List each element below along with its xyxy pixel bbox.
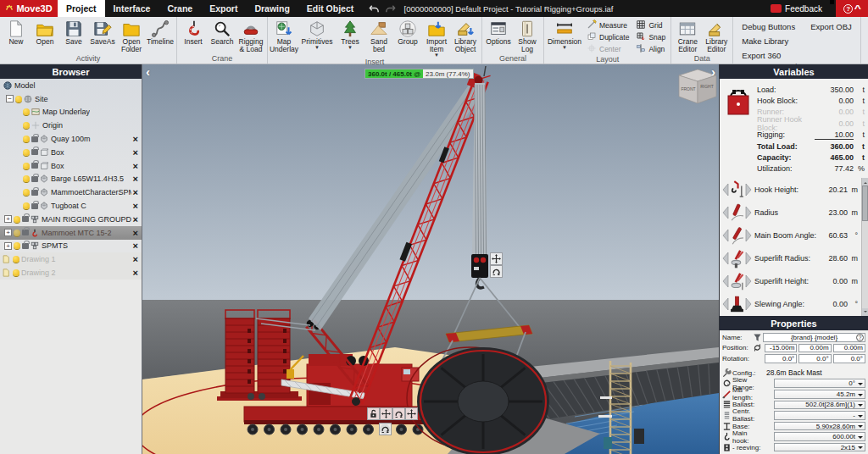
visibility-bulb-icon[interactable] xyxy=(23,202,30,209)
visibility-bulb-icon[interactable] xyxy=(23,108,30,115)
lock-icon[interactable] xyxy=(31,136,38,142)
delete-item-icon[interactable]: × xyxy=(131,228,140,238)
tree-item-mammoet-mtc-15-2[interactable]: +Mammoet MTC 15-2× xyxy=(0,226,142,240)
rigging-input[interactable]: 10.00 xyxy=(815,130,854,140)
lock-icon[interactable] xyxy=(22,230,29,235)
position-input[interactable]: -15.00m xyxy=(765,344,797,353)
tree-item-site[interactable]: −Site xyxy=(0,92,142,106)
rotation-input[interactable]: 0.0° xyxy=(765,354,797,363)
tree-item-drawing-1[interactable]: Drawing 1× xyxy=(0,252,142,266)
ribbon-button-trees[interactable]: Trees▼ xyxy=(336,18,364,50)
tab-project[interactable]: Project xyxy=(58,0,105,17)
visibility-bulb-icon[interactable] xyxy=(13,256,19,263)
tree-item-box[interactable]: Box× xyxy=(0,146,142,159)
ribbon-button-search[interactable]: Search xyxy=(208,18,236,46)
gizmo-unlock-icon[interactable] xyxy=(367,407,380,420)
name-input[interactable]: {brand} {model}? xyxy=(763,333,865,342)
increase-arrow-icon[interactable] xyxy=(745,252,752,265)
dropdown-reeving[interactable]: 2x15 xyxy=(774,443,865,452)
ribbon-button-show-log[interactable]: Show Log xyxy=(513,18,542,53)
ribbon-button-library-object[interactable]: Library Object xyxy=(451,18,480,53)
visibility-bulb-icon[interactable] xyxy=(14,230,20,236)
ribbon-button-new[interactable]: New xyxy=(2,18,31,46)
scroll-down-icon[interactable] xyxy=(862,308,868,316)
variables-scrollbar[interactable] xyxy=(861,178,868,316)
ribbon-button-export-360[interactable]: Export 360 xyxy=(740,48,797,63)
ribbon-button-saveas[interactable]: SaveAs xyxy=(88,18,117,46)
gizmo-move-icon[interactable] xyxy=(490,252,503,265)
delete-item-icon[interactable]: × xyxy=(131,268,140,278)
ribbon-button-import-item[interactable]: Import Item▼ xyxy=(422,18,451,58)
delete-item-icon[interactable]: × xyxy=(131,174,140,184)
dropdown-slew-range[interactable]: 0° xyxy=(774,379,865,388)
scrollbar-thumb[interactable] xyxy=(862,185,868,221)
ribbon-button-make-library[interactable]: Make Library xyxy=(740,34,797,48)
tab-export[interactable]: Export xyxy=(201,0,246,17)
lock-icon[interactable] xyxy=(31,203,38,209)
viewport-3d[interactable]: FRONTRIGHT 360.0t / 465.0t @ 23.0m (77.4… xyxy=(142,64,719,454)
gizmo-rotate-icon[interactable] xyxy=(490,265,503,278)
ribbon-button-rigging-load[interactable]: Rigging & Load xyxy=(236,18,265,53)
visibility-bulb-icon[interactable] xyxy=(23,189,30,196)
tree-item-map-underlay[interactable]: Map Underlay xyxy=(0,106,142,119)
delete-item-icon[interactable]: × xyxy=(131,201,140,211)
increase-arrow-icon[interactable] xyxy=(745,297,752,311)
position-input[interactable]: 0.00m xyxy=(833,344,865,353)
delete-item-icon[interactable]: × xyxy=(131,147,140,158)
increase-arrow-icon[interactable] xyxy=(745,274,752,288)
delete-item-icon[interactable]: × xyxy=(131,254,140,264)
ribbon-button-snap[interactable]: Snap xyxy=(632,31,669,43)
ribbon-button-open-folder[interactable]: Open Folder xyxy=(117,18,146,53)
ribbon-button-debug-buttons[interactable]: Debug Buttons xyxy=(740,19,797,34)
visibility-bulb-icon[interactable] xyxy=(23,136,30,142)
visibility-bulb-icon[interactable] xyxy=(23,122,30,129)
lock-icon[interactable] xyxy=(31,149,38,155)
help-icon[interactable]: ? xyxy=(843,4,853,14)
visibility-bulb-icon[interactable] xyxy=(14,216,20,223)
visibility-bulb-icon[interactable] xyxy=(14,242,20,249)
decrease-arrow-icon[interactable] xyxy=(722,297,729,311)
ribbon-button-group[interactable]: Group xyxy=(393,18,422,46)
dropdown-ballast[interactable]: 502.0t[28.6m](1) xyxy=(774,401,865,410)
ribbon-button-options[interactable]: Options xyxy=(484,18,513,46)
lock-icon[interactable] xyxy=(22,243,29,249)
rotation-input[interactable]: 0.0° xyxy=(798,354,831,363)
tree-item-quay-100m[interactable]: Quay 100m× xyxy=(0,132,142,146)
delete-item-icon[interactable]: × xyxy=(131,214,140,224)
tree-item-drawing-2[interactable]: Drawing 2× xyxy=(0,266,142,280)
ribbon-button-primitives[interactable]: Primitives▼ xyxy=(298,18,336,50)
ribbon-button-dimension[interactable]: Dimension▼ xyxy=(546,18,583,50)
tree-item-main-rigging-groupdg[interactable]: +MAIN RIGGING GROUPDG× xyxy=(0,213,142,226)
tree-item-spmts[interactable]: +SPMTS× xyxy=(0,240,142,253)
name-help-icon[interactable]: ? xyxy=(856,334,864,341)
tree-item-model[interactable]: Model xyxy=(0,79,142,92)
gizmo-rotate-icon[interactable] xyxy=(379,423,392,435)
expander-icon[interactable]: + xyxy=(4,242,12,250)
ribbon-button-save[interactable]: Save xyxy=(59,18,88,46)
expander-icon[interactable]: − xyxy=(6,95,14,102)
tab-crane[interactable]: Crane xyxy=(159,0,201,17)
delete-item-icon[interactable]: × xyxy=(131,134,140,144)
decrease-arrow-icon[interactable] xyxy=(722,252,729,265)
ribbon-button-timeline[interactable]: Timeline xyxy=(146,18,175,46)
lock-icon[interactable] xyxy=(31,163,38,169)
decrease-arrow-icon[interactable] xyxy=(722,183,729,197)
tree-item-box[interactable]: Box× xyxy=(0,159,142,173)
visibility-bulb-icon[interactable] xyxy=(13,269,19,276)
gizmo-move-icon[interactable] xyxy=(380,407,392,420)
ribbon-button-grid[interactable]: Grid xyxy=(632,19,669,31)
tab-drawing[interactable]: Drawing xyxy=(246,0,298,17)
position-input[interactable]: 0.00m xyxy=(798,344,831,353)
feedback-button[interactable]: Feedback xyxy=(771,0,834,17)
rotation-input[interactable]: 0.0° xyxy=(833,354,865,363)
ribbon-button-insert[interactable]: Insert xyxy=(179,18,208,46)
ribbon-button-export-obj[interactable]: Export OBJ xyxy=(809,19,854,34)
tab-interface[interactable]: Interface xyxy=(105,0,159,17)
gizmo-rotate-icon[interactable] xyxy=(392,407,405,420)
visibility-bulb-icon[interactable] xyxy=(15,96,22,102)
ribbon-button-open[interactable]: Open xyxy=(31,18,59,46)
expander-icon[interactable]: + xyxy=(4,229,12,236)
lock-icon[interactable] xyxy=(31,190,38,196)
visibility-bulb-icon[interactable] xyxy=(23,163,30,169)
scroll-up-icon[interactable] xyxy=(862,178,868,185)
